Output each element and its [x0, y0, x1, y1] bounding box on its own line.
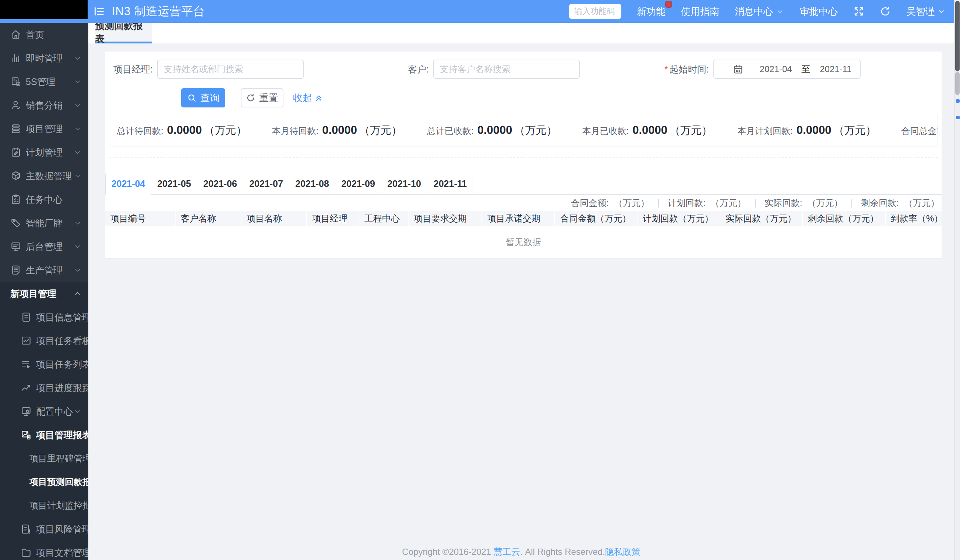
sidebar-menu: 首页即时管理5s5S管理销售分销项目管理计划管理主数据管理任务中心智能厂牌后台管… — [0, 23, 88, 560]
company-link[interactable]: 慧工云 — [494, 547, 520, 557]
month-tab-2021-08[interactable]: 2021-08 — [289, 173, 335, 194]
tab-forecast-payment-report[interactable]: 预测回款报表 — [95, 23, 152, 43]
header-nav-label: 新功能 — [637, 5, 666, 18]
month-tab-2021-06[interactable]: 2021-06 — [197, 173, 243, 194]
table-header-row: 项目编号客户名称项目名称项目经理工程中心项目要求交期项目承诺交期合同金额（万元）… — [105, 211, 942, 226]
sidebar-item-label: 项目管理 — [26, 123, 62, 135]
sidebar-item-new-project-mgmt[interactable]: 新项目管理 — [0, 282, 88, 305]
column-header: 项目名称 — [241, 211, 307, 226]
chevron-down-icon — [776, 7, 784, 16]
sidebar-item-label: 即时管理 — [26, 52, 62, 64]
sidebar-item-forecast-payment-report[interactable]: 项目预测回款报表 — [0, 470, 88, 494]
month-tab-2021-04[interactable]: 2021-04 — [105, 173, 151, 194]
month-tab-2021-11[interactable]: 2021-11 — [427, 173, 474, 194]
function-code-input[interactable] — [569, 4, 621, 19]
sidebar-item-project-progress-tracking[interactable]: 项目进度跟踪 — [0, 376, 88, 400]
scrollbar-thumb-shadow — [955, 72, 960, 95]
date-range-picker[interactable]: 2021-04 至 2021-11 — [714, 60, 861, 79]
summary-stat: 合同总金额:0.0000（万元） — [901, 123, 938, 138]
table-summary-divider — [755, 199, 756, 207]
refresh-icon[interactable] — [880, 6, 891, 17]
table-summary-item: 实际回款:（万元） — [765, 197, 843, 209]
sidebar-item-project-risk-mgmt[interactable]: 项目风险管理 — [0, 517, 88, 541]
app-window: IN3 制造运营平台 新功能使用指南消息中心审批中心 吴智谨 首页即时管理5s5… — [0, 0, 960, 560]
header-nav-label: 使用指南 — [681, 5, 719, 18]
chevron-down-icon — [74, 172, 82, 180]
summary-stat: 本月计划回款:0.0000（万元） — [737, 123, 877, 138]
header-nav-label: 审批中心 — [800, 5, 838, 18]
table-summary-label: 合同金额: — [571, 197, 609, 209]
column-header: 客户名称 — [175, 211, 241, 226]
sidebar-item-label: 计划管理 — [26, 147, 62, 159]
stat-unit: （万元） — [204, 123, 247, 138]
sidebar-item-project-task-list[interactable]: 项目任务列表 — [0, 353, 88, 376]
filter-row: 项目经理: 客户: * 起始时间: 2021-04 至 2021-11 — [105, 51, 942, 79]
sidebar-item-project-mgmt[interactable]: 项目管理 — [0, 117, 88, 140]
sidebar-item-label: 项目任务列表 — [36, 358, 88, 370]
column-header: 项目承诺交期 — [482, 211, 555, 226]
sidebar-item-project-doc-mgmt[interactable]: 项目文档管理 — [0, 541, 88, 560]
chevron-down-icon — [74, 54, 82, 62]
stat-unit: （万元） — [515, 123, 557, 138]
monitor-icon — [10, 241, 21, 252]
table-summary-label: 计划回款: — [668, 197, 706, 209]
sidebar-item-config-center[interactable]: 配置中心 — [0, 400, 88, 423]
collapse-menu-icon[interactable] — [93, 5, 105, 18]
date-start-value[interactable]: 2021-04 — [757, 64, 795, 74]
report-icon — [21, 429, 32, 440]
stat-unit: （万元） — [670, 123, 712, 138]
date-end-value[interactable]: 2021-11 — [817, 64, 855, 74]
sidebar-item-smart-brand[interactable]: 智能厂牌 — [0, 211, 88, 235]
sidebar-item-5s-mgmt[interactable]: 5s5S管理 — [0, 70, 88, 93]
sidebar-item-home[interactable]: 首页 — [0, 23, 88, 46]
vertical-scrollbar[interactable] — [954, 0, 960, 560]
header-nav-new-features[interactable]: 新功能 — [637, 5, 666, 18]
risk-icon — [21, 523, 32, 534]
month-tab-2021-05[interactable]: 2021-05 — [151, 173, 197, 194]
fullscreen-icon[interactable] — [853, 6, 864, 17]
table-summary-label: 剩余回款: — [861, 197, 899, 209]
month-tab-2021-09[interactable]: 2021-09 — [335, 173, 381, 194]
folder-icon — [21, 547, 32, 558]
header-nav-message-center[interactable]: 消息中心 — [735, 5, 784, 18]
stat-label: 合同总金额: — [901, 125, 938, 137]
stat-label: 本月计划回款: — [737, 125, 793, 137]
privacy-policy-link[interactable]: 隐私政策 — [605, 547, 640, 557]
table-summary-unit: （万元） — [904, 197, 939, 209]
manager-input[interactable] — [157, 60, 304, 79]
sidebar-item-project-report[interactable]: 项目管理报表 — [0, 423, 88, 447]
sidebar-item-plan-monitor-report[interactable]: 项目计划监控报表 — [0, 494, 88, 517]
sidebar-item-production-mgmt[interactable]: 生产管理 — [0, 258, 88, 282]
stat-label: 本月待回款: — [272, 125, 319, 137]
reset-button[interactable]: 重置 — [241, 88, 283, 107]
stat-value: 0.0000 — [797, 124, 832, 137]
header-nav-user-guide[interactable]: 使用指南 — [681, 5, 719, 18]
sidebar-item-task-center[interactable]: 任务中心 — [0, 188, 88, 211]
sidebar-item-realtime-mgmt[interactable]: 即时管理 — [0, 46, 88, 70]
scrollbar-thumb[interactable] — [955, 1, 960, 71]
customer-input[interactable] — [433, 60, 580, 79]
chevron-up-icon — [74, 431, 82, 439]
sidebar-item-backend-mgmt[interactable]: 后台管理 — [0, 235, 88, 258]
sidebar-item-plan-mgmt[interactable]: 计划管理 — [0, 140, 88, 164]
collapse-filters-link[interactable]: 收起 — [293, 92, 323, 104]
month-tab-2021-10[interactable]: 2021-10 — [381, 173, 427, 194]
top-header: IN3 制造运营平台 新功能使用指南消息中心审批中心 吴智谨 — [0, 0, 960, 23]
sidebar-item-master-data-mgmt[interactable]: 主数据管理 — [0, 164, 88, 188]
sidebar-item-label: 项目文档管理 — [36, 547, 88, 559]
user-menu[interactable]: 吴智谨 — [906, 5, 945, 18]
search-button[interactable]: 查询 — [181, 88, 225, 107]
sidebar-item-label: 主数据管理 — [26, 170, 72, 182]
sidebar-item-project-task-board[interactable]: 项目任务看板 — [0, 329, 88, 353]
notebook-icon — [10, 147, 21, 158]
sidebar-item-sales-distribution[interactable]: 销售分销 — [0, 93, 88, 117]
stat-unit: （万元） — [834, 123, 877, 138]
sidebar-item-milestone-report[interactable]: 项目里程碑管理表 — [0, 447, 88, 470]
month-tab-2021-07[interactable]: 2021-07 — [243, 173, 289, 194]
home-icon — [10, 29, 21, 40]
sidebar-item-project-info-mgmt[interactable]: 项目信息管理 — [0, 305, 88, 329]
person-icon — [10, 100, 21, 111]
stat-value: 0.0000 — [167, 124, 202, 137]
header-nav-approval-center[interactable]: 审批中心 — [800, 5, 838, 18]
table-summary-item: 计划回款:（万元） — [668, 197, 746, 209]
